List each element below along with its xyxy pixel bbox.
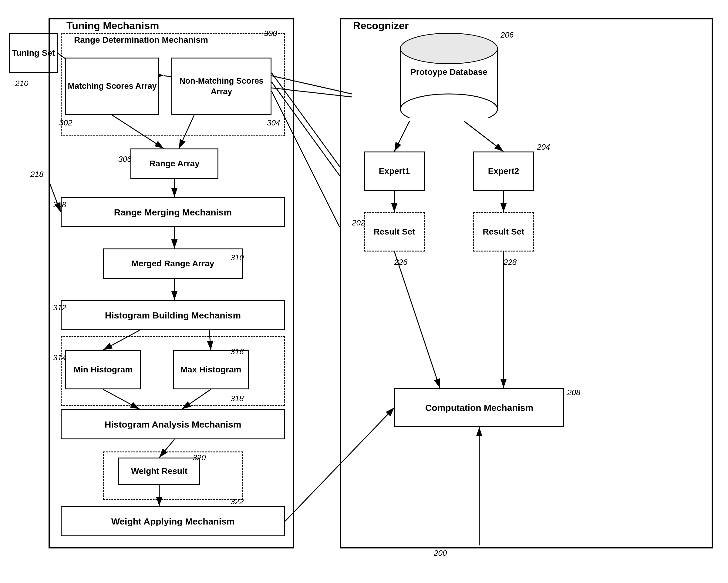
ref-306: 306 xyxy=(118,155,131,164)
matching-scores-label: Matching Scores Array xyxy=(68,81,157,91)
ref-202: 202 xyxy=(352,218,365,227)
svg-point-31 xyxy=(400,33,497,64)
ref-320: 320 xyxy=(192,453,206,463)
computation-mechanism-label: Computation Mechanism xyxy=(425,402,534,414)
ref-210: 210 xyxy=(15,79,28,88)
weight-result-label: Weight Result xyxy=(131,466,187,477)
ref-300: 300 xyxy=(264,29,277,38)
prototype-database-label: Protoype Database xyxy=(410,67,488,77)
max-histogram-label: Max Histogram xyxy=(181,364,241,375)
prototype-database: Protoype Database xyxy=(397,30,500,118)
ref-318: 318 xyxy=(231,394,243,403)
ref-302: 302 xyxy=(59,118,72,128)
ref-218: 218 xyxy=(30,170,43,179)
non-matching-scores-box: Non-Matching Scores Array xyxy=(172,58,271,115)
matching-scores-box: Matching Scores Array xyxy=(65,58,159,115)
result-set1-label: Result Set xyxy=(374,226,415,237)
expert2-box: Expert2 xyxy=(473,151,534,191)
ref-228: 228 xyxy=(503,257,517,267)
expert2-label: Expert2 xyxy=(488,166,519,177)
weight-result-box: Weight Result xyxy=(118,457,200,485)
ref-310: 310 xyxy=(231,253,243,262)
ref-204: 204 xyxy=(537,142,550,152)
weight-applying-box: Weight Applying Mechanism xyxy=(61,506,285,536)
recognizer-outer xyxy=(340,18,713,549)
range-array-label: Range Array xyxy=(149,158,199,169)
ref-322: 322 xyxy=(231,497,243,506)
ref-314: 314 xyxy=(53,353,66,362)
histogram-building-box: Histogram Building Mechanism xyxy=(61,300,285,330)
ref-200: 200 xyxy=(434,549,447,558)
histogram-building-label: Histogram Building Mechanism xyxy=(105,309,241,321)
recognizer-label: Recognizer xyxy=(352,20,410,31)
ref-304: 304 xyxy=(267,118,280,128)
non-matching-scores-label: Non-Matching Scores Array xyxy=(172,76,270,97)
diagram-container: Tuning Set 210 218 Tuning Mechanism Reco… xyxy=(0,0,728,583)
computation-mechanism-box: Computation Mechanism xyxy=(394,388,564,427)
range-array-box: Range Array xyxy=(130,148,218,179)
ref-316: 316 xyxy=(231,347,243,356)
ref-312: 312 xyxy=(53,303,66,312)
result-set2-label: Result Set xyxy=(483,226,524,237)
range-merging-label: Range Merging Mechanism xyxy=(114,206,232,218)
merged-range-box: Merged Range Array xyxy=(103,248,243,279)
ref-206: 206 xyxy=(500,30,514,40)
histogram-analysis-label: Histogram Analysis Mechanism xyxy=(105,418,241,430)
tuning-mechanism-label: Tuning Mechanism xyxy=(65,20,160,31)
merged-range-label: Merged Range Array xyxy=(132,258,214,269)
min-histogram-label: Min Histogram xyxy=(74,364,133,375)
ref-226: 226 xyxy=(394,257,407,267)
expert1-box: Expert1 xyxy=(364,151,425,191)
result-set1-box: Result Set xyxy=(364,212,425,251)
result-set2-box: Result Set xyxy=(473,212,534,251)
ref-308: 308 xyxy=(53,200,66,210)
min-histogram-box: Min Histogram xyxy=(65,350,141,389)
expert1-label: Expert1 xyxy=(379,166,410,177)
weight-applying-label: Weight Applying Mechanism xyxy=(111,516,235,527)
histogram-analysis-box: Histogram Analysis Mechanism xyxy=(61,409,285,439)
range-merging-box: Range Merging Mechanism xyxy=(61,197,285,227)
range-determination-label: Range Determination Mechanism xyxy=(73,35,209,45)
ref-208: 208 xyxy=(567,388,580,397)
